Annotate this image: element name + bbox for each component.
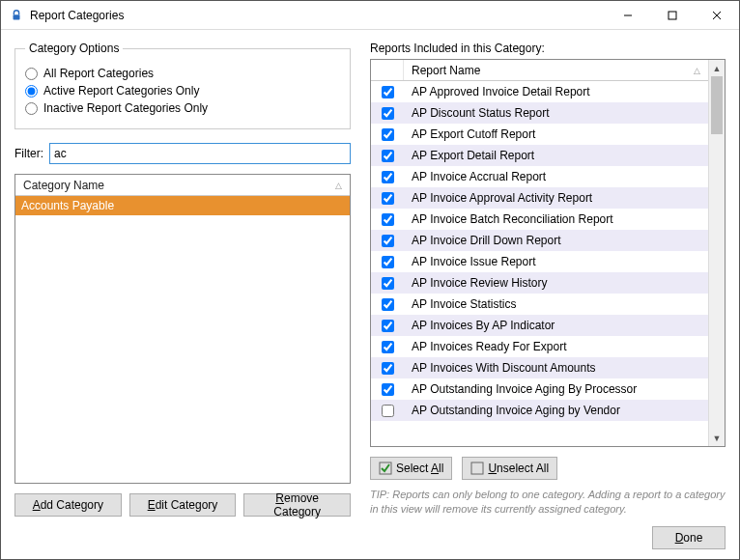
select-all-button[interactable]: Select All (370, 457, 452, 480)
report-name: AP Invoices With Discount Amounts (404, 361, 708, 375)
radio-active-categories[interactable]: Active Report Categories Only (25, 84, 340, 98)
report-row[interactable]: AP Invoices Ready For Export (371, 336, 708, 357)
category-options-legend: Category Options (25, 42, 123, 55)
report-name: AP Outstanding Invoice Aging by Vendor (404, 404, 708, 417)
tip-text: TIP: Reports can only belong to one cate… (370, 488, 726, 517)
window-controls (606, 1, 739, 29)
scroll-thumb[interactable] (711, 76, 723, 134)
report-checkbox[interactable] (382, 86, 394, 98)
report-row[interactable]: AP Invoice Issue Report (371, 251, 708, 272)
reports-label: Reports Included in this Category: (370, 42, 726, 55)
report-name: AP Invoice Statistics (404, 297, 708, 311)
report-checkbox[interactable] (382, 298, 394, 311)
report-name: AP Approved Invoice Detail Report (404, 85, 708, 98)
report-name: AP Invoice Batch Reconciliation Report (404, 212, 708, 226)
report-checkbox[interactable] (382, 277, 394, 290)
add-category-rest: dd Category (41, 498, 103, 512)
report-checkbox[interactable] (382, 383, 394, 396)
report-name: AP Export Detail Report (404, 149, 708, 162)
edit-category-button[interactable]: Edit Category (129, 493, 237, 517)
filter-input[interactable] (49, 143, 351, 164)
report-checkbox[interactable] (382, 362, 394, 375)
report-row[interactable]: AP Invoices By AP Indicator (371, 315, 708, 336)
category-list-header-label: Category Name (23, 179, 104, 192)
report-row[interactable]: AP Invoice Review History (371, 272, 708, 294)
check-icon (379, 462, 392, 475)
report-row[interactable]: AP Discount Status Report (371, 102, 708, 124)
report-checkbox[interactable] (382, 213, 394, 226)
app-lock-icon (9, 8, 24, 23)
report-row[interactable]: AP Invoice Statistics (371, 294, 708, 315)
radio-active-input[interactable] (25, 85, 38, 98)
report-name: AP Invoice Accrual Report (404, 170, 708, 183)
report-name: AP Invoice Approval Activity Report (404, 191, 708, 205)
report-row[interactable]: AP Export Detail Report (371, 145, 708, 166)
report-name: AP Outstanding Invoice Aging By Processo… (404, 382, 708, 396)
report-checkbox[interactable] (382, 171, 394, 183)
done-button[interactable]: Done (652, 526, 726, 549)
radio-all-input[interactable] (25, 68, 38, 80)
report-checkbox[interactable] (382, 235, 394, 247)
radio-inactive-categories[interactable]: Inactive Report Categories Only (25, 101, 340, 115)
report-checkbox[interactable] (382, 341, 394, 353)
report-checkbox[interactable] (382, 128, 394, 141)
report-checkbox[interactable] (382, 192, 394, 205)
add-category-button[interactable]: Add Category (14, 493, 122, 517)
svg-rect-6 (471, 462, 483, 474)
remove-category-button[interactable]: Remove Category (243, 493, 351, 517)
reports-header[interactable]: Report Name △ (371, 60, 708, 81)
minimize-button[interactable] (606, 1, 650, 29)
category-list-header[interactable]: Category Name △ (15, 175, 350, 196)
scroll-up-icon[interactable]: ▲ (709, 60, 725, 76)
unselect-all-button[interactable]: Unselect All (462, 457, 557, 480)
report-row[interactable]: AP Outstanding Invoice Aging by Vendor (371, 400, 708, 421)
report-row[interactable]: AP Invoice Approval Activity Report (371, 187, 708, 209)
sort-ascending-icon: △ (694, 66, 700, 75)
report-name: AP Discount Status Report (404, 106, 708, 120)
report-row[interactable]: AP Approved Invoice Detail Report (371, 81, 708, 102)
titlebar: Report Categories (1, 1, 739, 30)
radio-all-label: All Report Categories (43, 67, 154, 80)
svg-rect-2 (669, 12, 676, 19)
done-rest: one (683, 531, 702, 545)
report-name: AP Invoice Issue Report (404, 255, 708, 268)
category-listbox[interactable]: Category Name △ Accounts Payable (14, 174, 351, 484)
category-options-group: Category Options All Report Categories A… (14, 42, 351, 129)
scroll-down-icon[interactable]: ▼ (709, 430, 725, 446)
window-title: Report Categories (30, 9, 606, 22)
report-row[interactable]: AP Invoice Accrual Report (371, 166, 708, 187)
close-button[interactable] (695, 1, 739, 29)
report-row[interactable]: AP Invoice Drill Down Report (371, 230, 708, 251)
category-list-item[interactable]: Accounts Payable (15, 196, 350, 215)
report-row[interactable]: AP Invoices With Discount Amounts (371, 357, 708, 378)
report-row[interactable]: AP Export Cutoff Report (371, 124, 708, 145)
report-name: AP Invoice Review History (404, 276, 708, 290)
report-checkbox[interactable] (382, 150, 394, 162)
maximize-button[interactable] (650, 1, 695, 29)
reports-header-label: Report Name (412, 64, 480, 77)
report-name: AP Invoice Drill Down Report (404, 234, 708, 247)
report-row[interactable]: AP Outstanding Invoice Aging By Processo… (371, 378, 708, 400)
radio-inactive-label: Inactive Report Categories Only (43, 101, 208, 115)
reports-listbox[interactable]: Report Name △ AP Approved Invoice Detail… (370, 59, 726, 447)
reports-scrollbar[interactable]: ▲ ▼ (708, 60, 725, 446)
report-checkbox[interactable] (382, 320, 394, 332)
sort-ascending-icon: △ (335, 181, 342, 190)
filter-label: Filter: (14, 147, 43, 160)
report-checkbox[interactable] (382, 107, 394, 120)
radio-active-label: Active Report Categories Only (43, 84, 199, 98)
report-checkbox[interactable] (382, 256, 394, 268)
report-row[interactable]: AP Invoice Batch Reconciliation Report (371, 209, 708, 230)
radio-inactive-input[interactable] (25, 102, 38, 115)
report-checkbox[interactable] (382, 405, 394, 417)
uncheck-icon (470, 462, 484, 475)
svg-rect-0 (14, 14, 20, 19)
report-name: AP Invoices By AP Indicator (404, 319, 708, 332)
report-name: AP Export Cutoff Report (404, 127, 708, 141)
report-name: AP Invoices Ready For Export (404, 340, 708, 353)
edit-category-rest: dit Category (156, 498, 218, 512)
radio-all-categories[interactable]: All Report Categories (25, 67, 340, 80)
